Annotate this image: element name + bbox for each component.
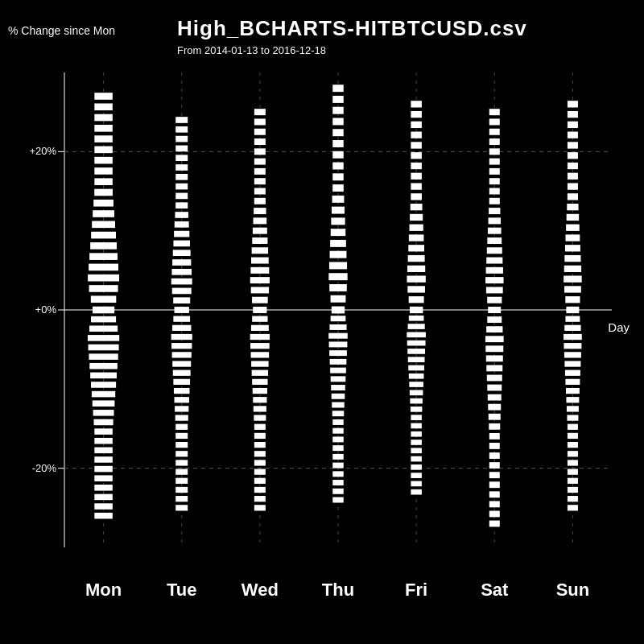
chart-container: % Change since Mon High_BCHARTS-HITBTCUS… — [0, 0, 644, 644]
y-axis-label: % Change since Mon — [8, 24, 115, 37]
chart-title: High_BCHARTS-HITBTCUSD.csv — [177, 16, 527, 41]
x-axis-label: Day — [608, 320, 630, 334]
chart-subtitle: From 2014-01-13 to 2016-12-18 — [177, 44, 326, 56]
